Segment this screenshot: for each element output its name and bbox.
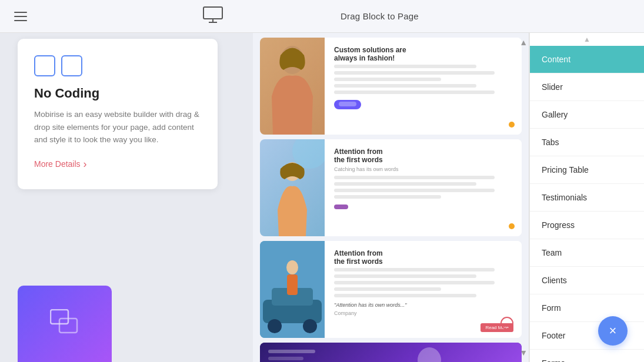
preview-card-content-3: Attention fromthe first words "Attention… <box>325 241 522 338</box>
center-panel[interactable]: Custom solutions arealways in fashion! <box>253 33 529 362</box>
preview-badge-2[interactable] <box>334 205 348 209</box>
preview-scroll: Custom solutions arealways in fashion! <box>253 33 529 362</box>
preview-card-content-2: Attention fromthe first words Catching h… <box>325 139 522 236</box>
main-area: No Coding Mobirise is an easy website bu… <box>0 33 644 362</box>
icon-box-2 <box>61 55 82 76</box>
feature-text: Mobirise is an easy website builder with… <box>34 108 201 146</box>
preview-dot-2 <box>509 223 515 229</box>
sidebar-item-form[interactable]: Form <box>530 294 644 322</box>
svg-point-14 <box>286 260 298 274</box>
bottom-card-icon <box>50 309 79 339</box>
drag-block-label: Drag Block to Page <box>341 11 419 21</box>
card4-lines <box>268 350 315 362</box>
preview-card-img-3 <box>260 241 325 338</box>
sidebar-item-gallery[interactable]: Gallery <box>530 101 644 129</box>
close-icon: × <box>609 323 617 338</box>
sidebar-scroll-up: ▲ <box>530 33 644 46</box>
sidebar-item-clients[interactable]: Clients <box>530 267 644 294</box>
preview-lines-1 <box>334 65 512 94</box>
preview-line <box>334 71 495 75</box>
preview-line <box>334 84 476 88</box>
sidebar-item-tabs[interactable]: Tabs <box>530 129 644 156</box>
preview-line <box>334 274 476 278</box>
quote-text: "Attention has its own words..." <box>334 302 406 308</box>
preview-card-1[interactable]: Custom solutions arealways in fashion! <box>260 38 522 135</box>
preview-badge-1[interactable] <box>334 100 361 109</box>
sidebar-item-pricing-table[interactable]: Pricing Table <box>530 156 644 184</box>
svg-point-13 <box>303 319 317 333</box>
card4-overlay <box>391 343 522 362</box>
sidebar-item-team[interactable]: Team <box>530 239 644 267</box>
preview-line <box>334 182 476 186</box>
preview-line <box>334 268 495 272</box>
svg-rect-0 <box>203 7 222 19</box>
svg-rect-15 <box>287 274 298 295</box>
sidebar-item-content[interactable]: Content <box>530 46 644 73</box>
left-panel: No Coding Mobirise is an easy website bu… <box>0 33 253 362</box>
company-label: Company <box>334 310 512 316</box>
preview-dot-1 <box>509 122 515 128</box>
preview-line <box>334 195 441 199</box>
more-details-link[interactable]: More Details <box>34 158 201 170</box>
preview-title-1: Custom solutions arealways in fashion! <box>334 46 512 62</box>
quote-line: "Attention has its own words..." <box>334 302 512 308</box>
preview-card-img-2 <box>260 139 325 236</box>
preview-line <box>334 189 495 192</box>
monitor-icon <box>203 6 223 26</box>
preview-card-content-1: Custom solutions arealways in fashion! <box>325 38 522 135</box>
preview-card-img-1 <box>260 38 325 135</box>
fab-close-button[interactable]: × <box>598 316 628 346</box>
sidebar-item-testimonials[interactable]: Testimonials <box>530 184 644 212</box>
sidebar-item-slider[interactable]: Slider <box>530 73 644 101</box>
preview-card-2[interactable]: Attention fromthe first words Catching h… <box>260 139 522 236</box>
bottom-feature-card <box>18 286 112 362</box>
feature-icons <box>34 55 201 76</box>
preview-line <box>334 176 495 179</box>
scroll-up-arrow: ▲ <box>519 38 528 47</box>
sidebar-item-forms[interactable]: Forms <box>530 350 644 362</box>
preview-lines-3 <box>334 268 512 297</box>
preview-line <box>334 78 441 81</box>
preview-title-2: Attention fromthe first words <box>334 148 512 164</box>
preview-subtitle-2: Catching has its own words <box>334 166 512 172</box>
icon-box-1 <box>34 55 55 76</box>
svg-point-12 <box>268 319 282 333</box>
preview-lines-2 <box>334 176 512 199</box>
preview-title-3: Attention fromthe first words <box>334 249 512 266</box>
preview-line <box>334 281 495 284</box>
preview-line <box>334 294 476 297</box>
hamburger-button[interactable] <box>14 12 27 21</box>
preview-line <box>334 287 441 291</box>
preview-line <box>334 90 495 94</box>
feature-card: No Coding Mobirise is an easy website bu… <box>18 39 218 189</box>
svg-point-16 <box>418 347 441 362</box>
feature-title: No Coding <box>34 86 201 101</box>
preview-dot-3 <box>500 317 513 330</box>
top-bar: Drag Block to Page <box>0 0 644 33</box>
sidebar-item-progress[interactable]: Progress <box>530 212 644 239</box>
preview-card-4[interactable]: Company <box>260 343 522 362</box>
svg-rect-6 <box>339 102 356 106</box>
scroll-down-arrow: ▼ <box>519 348 528 357</box>
right-sidebar: ▲ Content Slider Gallery Tabs Pricing Ta… <box>529 33 644 362</box>
preview-card-3[interactable]: Attention fromthe first words "Attention… <box>260 241 522 338</box>
preview-line <box>334 65 476 68</box>
